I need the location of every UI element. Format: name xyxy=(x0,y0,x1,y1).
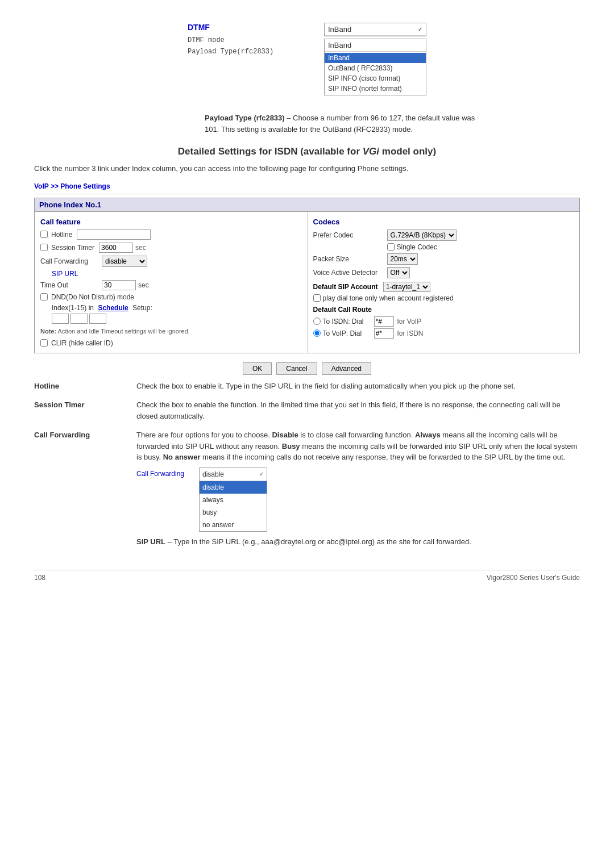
dtmf-option-inband[interactable]: InBand xyxy=(325,53,426,63)
dtmf-mode-value: InBand xyxy=(328,25,351,34)
voice-active-select[interactable]: Off xyxy=(387,267,410,278)
cf-desc-noanswer: No answer xyxy=(163,453,201,461)
cf-option-noanswer[interactable]: no answer xyxy=(200,519,267,531)
to-isdn-label: To ISDN: Dial xyxy=(323,318,374,326)
to-isdn-input[interactable] xyxy=(374,316,394,327)
dnd-label: DND(Do Not Disturb) mode xyxy=(51,293,134,301)
dtmf-option-sip-cisco[interactable]: SIP INFO (cisco format) xyxy=(325,73,426,84)
cf-option-busy[interactable]: busy xyxy=(200,506,267,519)
section-heading: Detailed Settings for ISDN (available fo… xyxy=(34,146,580,157)
dtmf-mode-chevron-icon: ✓ xyxy=(418,26,422,32)
for-isdn-label: for ISDN xyxy=(397,329,424,337)
guide-name: Vigor2800 Series User's Guide xyxy=(487,574,580,582)
def-cf-term: Call Forwarding xyxy=(34,429,136,547)
session-timer-checkbox[interactable] xyxy=(40,244,48,251)
prefer-codec-row: Prefer Codec G.729A/B (8Kbps) xyxy=(313,229,574,241)
def-section: Hotline Check the box to enable it. Type… xyxy=(34,381,580,548)
setup-label: Setup: xyxy=(132,304,152,312)
dtmf-option-outband[interactable]: OutBand ( RFC2833) xyxy=(325,63,426,73)
session-timer-input[interactable] xyxy=(99,243,133,253)
ok-button[interactable]: OK xyxy=(243,362,272,375)
single-codec-row: Single Codec xyxy=(387,243,574,251)
schedule-input-2[interactable] xyxy=(70,314,88,324)
cf-dropdown-options: disable always busy no answer xyxy=(200,481,267,531)
call-forwarding-row: Call Forwarding disable always busy no a… xyxy=(40,256,301,267)
call-forwarding-select[interactable]: disable always busy no answer xyxy=(102,256,147,267)
def-hotline: Hotline Check the box to enable it. Type… xyxy=(34,381,580,392)
dtmf-title: DTMF xyxy=(188,23,301,32)
dtmf-payload-row: Payload Type(rfc2833) xyxy=(188,48,301,56)
dtmf-mode-dropdown[interactable]: InBand ✓ xyxy=(324,23,426,36)
cf-dropdown-header: disable ✓ xyxy=(200,468,267,481)
voip-nav[interactable]: VoIP >> Phone Settings xyxy=(34,182,580,190)
schedule-link[interactable]: Schedule xyxy=(98,304,128,312)
packet-size-select[interactable]: 20ms xyxy=(387,253,418,265)
voip-nav-text: VoIP >> Phone Settings xyxy=(34,182,110,190)
default-sip-label: Default SIP Account xyxy=(313,283,378,291)
packet-size-row: Packet Size 20ms xyxy=(313,253,574,265)
cf-dropdown-container: Call Forwarding disable ✓ disable always… xyxy=(136,468,580,532)
session-timer-label: Session Timer xyxy=(51,244,94,252)
dtmf-section: DTMF DTMF mode Payload Type(rfc2833) InB… xyxy=(34,23,580,95)
hotline-input[interactable] xyxy=(77,229,151,240)
advanced-button[interactable]: Advanced xyxy=(322,362,371,375)
cf-desc-2: is to close call forwarding function. xyxy=(298,431,415,439)
to-isdn-radio[interactable] xyxy=(313,318,321,325)
dtmf-right: InBand ✓ InBand InBand OutBand ( RFC2833… xyxy=(324,23,426,95)
for-voip-label: for VoIP xyxy=(397,318,422,326)
session-timer-row: Session Timer sec xyxy=(40,243,301,253)
phone-settings-box: Phone Index No.1 Call feature Hotline Se… xyxy=(34,198,580,353)
schedule-input-1[interactable] xyxy=(52,314,69,324)
def-session-timer: Session Timer Check the box to enable th… xyxy=(34,399,580,422)
default-call-route-label: Default Call Route xyxy=(313,306,574,314)
def-session-desc: Check the box to enable the function. In… xyxy=(136,399,580,422)
cf-option-disable[interactable]: disable xyxy=(200,481,267,494)
cf-desc-disable: Disable xyxy=(272,431,298,439)
codecs-label: Codecs xyxy=(313,218,574,226)
cf-desc-always: Always xyxy=(415,431,441,439)
clir-label: CLIR (hide caller ID) xyxy=(51,339,113,347)
cf-desc-busy: Busy xyxy=(282,442,300,450)
dtmf-mode-select-row: InBand ✓ xyxy=(324,23,426,36)
single-codec-label: Single Codec xyxy=(397,243,437,251)
to-voip-input[interactable] xyxy=(374,328,394,339)
play-dial-row: play dial tone only when account registe… xyxy=(313,294,574,302)
clir-checkbox[interactable] xyxy=(40,339,48,347)
single-codec-checkbox[interactable] xyxy=(387,243,395,251)
def-call-forwarding: Call Forwarding There are four options f… xyxy=(34,429,580,547)
play-dial-checkbox[interactable] xyxy=(313,294,321,302)
dtmf-payload-dropdown[interactable]: InBand InBand OutBand ( RFC2833) SIP INF… xyxy=(324,39,426,95)
def-cf-desc: There are four options for you to choose… xyxy=(136,429,580,547)
payload-note-bold: Payload Type (rfc2833) xyxy=(205,114,285,122)
note-bold: Note: xyxy=(40,328,56,335)
payload-note: Payload Type (rfc2833) – Choose a number… xyxy=(205,112,489,135)
packet-size-label: Packet Size xyxy=(313,255,387,263)
to-voip-radio[interactable] xyxy=(313,329,321,337)
schedule-input-3[interactable] xyxy=(89,314,106,324)
dtmf-mode-row: DTMF mode xyxy=(188,36,301,44)
to-voip-row: To VoIP: Dial for ISDN xyxy=(313,328,574,339)
phone-right-col: Codecs Prefer Codec G.729A/B (8Kbps) Sin… xyxy=(308,212,580,353)
phone-left-col: Call feature Hotline Session Timer sec C… xyxy=(35,212,308,353)
cf-option-always[interactable]: always xyxy=(200,494,267,506)
form-buttons: OK Cancel Advanced xyxy=(34,362,580,375)
dtmf-option-sip-nortel[interactable]: SIP INFO (nortel format) xyxy=(325,84,426,94)
prefer-codec-select[interactable]: G.729A/B (8Kbps) xyxy=(387,229,457,241)
hotline-checkbox[interactable] xyxy=(40,231,48,238)
dtmf-payload-selected: InBand xyxy=(328,41,351,49)
dtmf-payload-header: InBand xyxy=(325,39,426,52)
timeout-input[interactable] xyxy=(102,280,136,290)
default-sip-select[interactable]: 1-draytel_1 xyxy=(383,282,430,292)
sip-url-bold: SIP URL xyxy=(136,537,165,546)
sip-url-text: – Type in the SIP URL (e.g., aaa@draytel… xyxy=(165,537,471,546)
cancel-button[interactable]: Cancel xyxy=(276,362,317,375)
cf-header-value: disable xyxy=(202,469,224,479)
cf-dropdown[interactable]: disable ✓ disable always busy no answer xyxy=(199,468,267,532)
dnd-checkbox[interactable] xyxy=(40,293,48,301)
cf-chevron-icon: ✓ xyxy=(259,470,264,478)
schedule-row: Index(1-15) in Schedule Setup: xyxy=(52,304,301,324)
timeout-label: Time Out xyxy=(40,281,97,289)
note-box: Note: Action and Idle Timeout settings w… xyxy=(40,327,301,336)
index-label: Index(1-15) in xyxy=(52,304,94,312)
sip-url-label: SIP URL xyxy=(52,270,301,278)
